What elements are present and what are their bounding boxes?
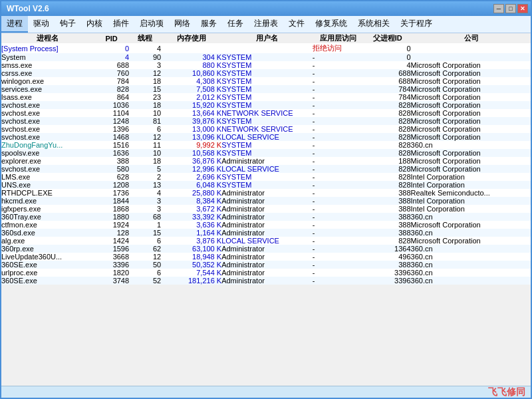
cell-appaccess: - — [313, 61, 364, 69]
cell-memory — [161, 43, 221, 53]
col-header-parentid[interactable]: 父进程ID — [364, 33, 411, 43]
cell-appaccess: - — [313, 101, 364, 109]
table-row[interactable]: winlogon.exe 784 18 4,308 K SYSTEM - 688… — [1, 77, 531, 85]
cell-user: LOCAL SERVICE — [221, 165, 313, 173]
table-row[interactable]: 360Tray.exe 1880 68 33,392 K Administrat… — [1, 213, 531, 221]
menu-item-文件[interactable]: 文件 — [283, 16, 310, 33]
cell-memory: 13,664 K — [161, 109, 221, 117]
col-header-memory[interactable]: 内存使用 — [161, 33, 221, 43]
table-row[interactable]: hkcmd.exe 1844 3 8,384 K Administrator -… — [1, 197, 531, 205]
menu-item-任务[interactable]: 任务 — [222, 16, 249, 33]
cell-parentid: 388 — [364, 261, 411, 269]
cell-threads: 12 — [129, 253, 161, 261]
menu-item-内核[interactable]: 内核 — [81, 16, 108, 33]
cell-pid: 1516 — [94, 141, 129, 149]
cell-appaccess: - — [313, 77, 364, 85]
table-row[interactable]: svchost.exe 1036 18 15,920 K SYSTEM - 82… — [1, 101, 531, 109]
cell-threads: 5 — [129, 165, 161, 173]
table-row[interactable]: urlproc.exe 1820 6 7,544 K Administrator… — [1, 269, 531, 277]
cell-pid: 1820 — [94, 269, 129, 277]
cell-appaccess: - — [313, 261, 364, 269]
table-row[interactable]: ZhuDongFangYu... 1516 11 9,992 K SYSTEM … — [1, 141, 531, 149]
menu-item-关于程序[interactable]: 关于程序 — [395, 16, 438, 33]
maximize-button[interactable]: □ — [505, 4, 516, 13]
col-header-appaccess[interactable]: 应用层访问 — [313, 33, 364, 43]
cell-appaccess: - — [313, 253, 364, 261]
table-row[interactable]: svchost.exe 580 5 12,996 K LOCAL SERVICE… — [1, 165, 531, 173]
table-row[interactable]: explorer.exe 388 18 36,876 K Administrat… — [1, 157, 531, 165]
cell-appaccess: - — [313, 245, 364, 253]
col-header-name[interactable]: 进程名 — [1, 33, 94, 43]
cell-appaccess: - — [313, 269, 364, 277]
cell-threads: 18 — [129, 157, 161, 165]
menu-item-修复系统[interactable]: 修复系统 — [310, 16, 352, 33]
cell-memory: 880 K — [161, 61, 221, 69]
cell-company: 360.cn — [411, 229, 531, 237]
table-row[interactable]: smss.exe 688 3 880 K SYSTEM - 4 Microsof… — [1, 61, 531, 69]
cell-name: svchost.exe — [1, 165, 94, 173]
cell-appaccess: - — [313, 213, 364, 221]
cell-user: Administrator — [221, 197, 313, 205]
table-row[interactable]: UNS.exe 1208 13 6,048 K SYSTEM - 828 Int… — [1, 181, 531, 189]
table-row[interactable]: spoolsv.exe 1636 10 10,568 K SYSTEM - 82… — [1, 149, 531, 157]
table-row[interactable]: csrss.exe 760 12 10,860 K SYSTEM - 688 M… — [1, 69, 531, 77]
cell-company: Microsoft Corporation — [411, 77, 531, 85]
col-header-company[interactable]: 公司 — [411, 33, 531, 43]
close-button[interactable]: ✕ — [517, 4, 528, 13]
cell-threads: 3 — [129, 205, 161, 213]
menu-item-注册表[interactable]: 注册表 — [249, 16, 283, 33]
table-row[interactable]: LMS.exe 628 2 2,696 K SYSTEM - 828 Intel… — [1, 173, 531, 181]
table-row[interactable]: svchost.exe 1104 10 13,664 K NETWORK SER… — [1, 109, 531, 117]
table-row[interactable]: System 4 90 304 K SYSTEM - 0 — [1, 53, 531, 61]
cell-name: smss.exe — [1, 61, 94, 69]
table-row[interactable]: 360SE.exe 3396 50 50,352 K Administrator… — [1, 261, 531, 269]
cell-parentid: 688 — [364, 69, 411, 77]
cell-parentid: 4 — [364, 61, 411, 69]
table-row[interactable]: alg.exe 1424 6 3,876 K LOCAL SERVICE - 8… — [1, 237, 531, 245]
menu-item-系统相关[interactable]: 系统相关 — [352, 16, 395, 33]
cell-pid: 3668 — [94, 253, 129, 261]
menu-item-服务[interactable]: 服务 — [196, 16, 222, 33]
table-row[interactable]: svchost.exe 1396 6 13,000 K NETWORK SERV… — [1, 125, 531, 133]
table-row[interactable]: [System Process] 0 4 拒绝访问 0 — [1, 43, 531, 53]
table-row[interactable]: services.exe 828 15 7,508 K SYSTEM - 784… — [1, 85, 531, 93]
cell-user: Administrator — [221, 261, 313, 269]
cell-user: NETWORK SERVICE — [221, 109, 313, 117]
table-row[interactable]: igfxpers.exe 1868 3 3,672 K Administrato… — [1, 205, 531, 213]
cell-company: 360.cn — [411, 277, 531, 285]
table-row[interactable]: 360sd.exe 128 15 1,164 K Administrator -… — [1, 229, 531, 237]
cell-appaccess: - — [313, 149, 364, 157]
cell-threads: 90 — [129, 53, 161, 61]
table-row[interactable]: lsass.exe 864 23 2,012 K SYSTEM - 784 Mi… — [1, 93, 531, 101]
table-row[interactable]: RTHDCPL.EXE 1736 4 25,880 K Administrato… — [1, 189, 531, 197]
menu-item-钩子[interactable]: 钩子 — [55, 16, 81, 33]
table-row[interactable]: 360SE.exe 3748 52 181,216 K Administrato… — [1, 277, 531, 285]
menu-item-插件[interactable]: 插件 — [108, 16, 134, 33]
col-header-pid[interactable]: PID — [94, 33, 129, 43]
col-header-threads[interactable]: 线程 — [129, 33, 161, 43]
table-row[interactable]: LiveUpdate360U... 3668 12 18,948 K Admin… — [1, 253, 531, 261]
table-row[interactable]: svchost.exe 1468 12 13,096 K LOCAL SERVI… — [1, 133, 531, 141]
cell-user: SYSTEM — [221, 149, 313, 157]
cell-threads: 10 — [129, 149, 161, 157]
minimize-button[interactable]: ─ — [493, 4, 504, 13]
menu-item-进程[interactable]: 进程 — [1, 16, 28, 33]
cell-user: Administrator — [221, 245, 313, 253]
menu-item-网络[interactable]: 网络 — [169, 16, 196, 33]
cell-threads: 68 — [129, 213, 161, 221]
table-row[interactable]: ctfmon.exe 1924 1 3,636 K Administrator … — [1, 221, 531, 229]
menu-item-启动项[interactable]: 启动项 — [134, 16, 169, 33]
cell-pid: 1396 — [94, 125, 129, 133]
cell-company: Intel Corporation — [411, 181, 531, 189]
cell-pid: 388 — [94, 157, 129, 165]
cell-company: Intel Corporation — [411, 197, 531, 205]
cell-appaccess: - — [313, 237, 364, 245]
menu-item-驱动[interactable]: 驱动 — [28, 16, 55, 33]
cell-company: 360.cn — [411, 245, 531, 253]
col-header-user[interactable]: 用户名 — [221, 33, 313, 43]
table-row[interactable]: svchost.exe 1248 81 39,876 K SYSTEM - 82… — [1, 117, 531, 125]
cell-user: SYSTEM — [221, 101, 313, 109]
cell-threads: 50 — [129, 261, 161, 269]
table-row[interactable]: 360rp.exe 1596 62 63,100 K Administrator… — [1, 245, 531, 253]
cell-name: winlogon.exe — [1, 77, 94, 85]
